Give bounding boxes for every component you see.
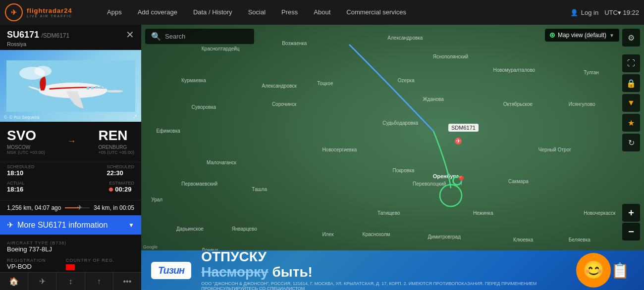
map-label: Тоцкое [317, 81, 333, 86]
schedule-section: SCHEDULED 18:10 SCHEDULED 22:30 ACTUAL 1… [0, 162, 141, 200]
map-search[interactable]: 🔍 [145, 29, 254, 44]
ad-headline-1: ОТПУСКУ [201, 250, 267, 264]
destination-circle: 📍 [452, 176, 462, 186]
utc-time[interactable]: UTC▾ 19:22 [604, 9, 639, 16]
map-label: Покровка [393, 168, 415, 173]
nav-apps[interactable]: Apps [99, 0, 130, 25]
flight-info-panel: SU6171 /SDM6171 Rossiya ✕ [0, 25, 141, 290]
logo[interactable]: ✈ flightradar24 LIVE AIR TRAFFIC [0, 3, 99, 21]
advertisement-banner[interactable]: Тизин ОТПУСКУ Насморку быть! ООО "ДЖОНСО… [141, 250, 644, 290]
svg-point-9 [440, 185, 462, 206]
lock-button[interactable]: 🔒 [622, 74, 640, 92]
estimated-arr-time: 00:29 [115, 186, 131, 193]
nav-social[interactable]: Social [240, 0, 273, 25]
nav-press[interactable]: Press [273, 0, 306, 25]
refresh-button[interactable]: ↻ [622, 134, 640, 151]
search-input[interactable] [165, 33, 248, 40]
flight-label-popup: SDM6171 [448, 124, 479, 132]
actual-dep-time: 18:16 [7, 186, 25, 193]
zoom-out-button[interactable]: − [622, 223, 640, 241]
tab-home[interactable]: 🏠 [0, 273, 28, 290]
login-button[interactable]: 👤 Log in [570, 9, 598, 16]
logo-icon: ✈ [5, 3, 23, 21]
more-info-button[interactable]: ✈ More SU6171 information ▼ [0, 215, 141, 235]
map-label: Клюевка [513, 237, 533, 242]
ad-headline: ОТПУСКУ Насморку быть! [201, 250, 561, 280]
ad-logo: Тизин [151, 262, 191, 279]
map-area[interactable]: Краснолтардейц Возжаенка Александровка Я… [141, 25, 644, 290]
delay-indicator [109, 188, 113, 192]
registration-item: REGISTRATION VP-BOD [7, 258, 46, 270]
aircraft-type-item: AIRCRAFT TYPE (B738) Boeing 737-8LJ [7, 241, 134, 253]
svg-point-4 [86, 87, 90, 89]
external-link-icon[interactable]: ↗ [133, 113, 137, 120]
reg-value: VP-BOD [7, 263, 46, 270]
top-navigation: ✈ flightradar24 LIVE AIR TRAFFIC Apps Ad… [0, 0, 644, 25]
close-button[interactable]: ✕ [126, 30, 134, 40]
ad-headline-2-strikethrough: Насморку [201, 264, 268, 280]
nav-data-history[interactable]: Data / History [185, 0, 240, 25]
nav-add-coverage[interactable]: Add coverage [130, 0, 185, 25]
tab-share[interactable]: ↑ [85, 273, 113, 290]
origin-city: MOSCOW [7, 145, 45, 150]
scheduled-dep-time: 18:10 [7, 169, 35, 177]
svg-point-2 [34, 66, 52, 76]
flight-id: SU6171 [7, 30, 39, 40]
zoom-in-button[interactable]: + [622, 204, 640, 222]
tab-layers[interactable]: ↕ [56, 273, 85, 290]
ad-headline-2-end: быть! [268, 264, 313, 280]
aircraft-illustration [6, 60, 135, 112]
map-label: Новомуралталово [493, 67, 536, 73]
ad-subtext: ООО "ДЖОНСОН & ДЖОНСОН", РОССИЯ, 121614,… [201, 281, 561, 290]
map-view-selector[interactable]: Map view (default) ▼ [545, 29, 619, 42]
route-arrow: → [50, 136, 94, 146]
filter-button[interactable]: ▼ [622, 94, 640, 112]
tab-flights[interactable]: ✈ [28, 273, 56, 290]
star-button[interactable]: ★ [622, 114, 640, 132]
aircraft-position-dot: ✈ [455, 138, 462, 145]
map-label: Беляевка [569, 237, 590, 242]
bottom-tab-bar: 🏠 ✈ ↕ ↑ ••• [0, 272, 141, 290]
nav-links: Apps Add coverage Data / History Social … [99, 0, 570, 25]
scheduled-arr-time: 22:30 [107, 169, 134, 177]
nav-about[interactable]: About [306, 0, 338, 25]
map-label: Александровск [262, 83, 297, 89]
more-info-label: More SU6171 information [17, 221, 107, 230]
map-top-controls: ⚙ [622, 29, 640, 47]
map-label: Суворовка [192, 104, 216, 110]
photo-credit: © © Rui Sequeira [4, 115, 40, 120]
origin-code: SVO [7, 128, 45, 144]
map-label: Курмаевка [181, 78, 206, 83]
fullscreen-button[interactable]: ⛶ [622, 54, 640, 72]
scheduled-arr-label: SCHEDULED [107, 164, 134, 169]
aircraft-type-value: Boeing 737-8LJ [7, 245, 134, 253]
map-label: Краснолтардейц [202, 46, 240, 51]
map-view-label: Map view (default) [558, 32, 606, 39]
settings-button[interactable]: ⚙ [622, 29, 640, 47]
map-label: Тулган [584, 70, 599, 75]
ad-character: 😊 [561, 253, 611, 288]
nav-right: 👤 Log in UTC▾ 19:22 [570, 9, 644, 16]
dest-city: ORENBURG [98, 145, 134, 150]
destination-pin: 📍 [456, 175, 467, 186]
distance-row: 1,256 km, 04:07 ago ✈ 34 km, in 00:05 [0, 200, 141, 215]
tab-more[interactable]: ••• [113, 273, 141, 290]
google-attribution: Google [143, 244, 158, 249]
chevron-down-icon: ▼ [128, 222, 134, 229]
estimated-arr-label: ESTIMATED [109, 181, 134, 186]
nav-commercial[interactable]: Commercial services [338, 0, 414, 25]
dest-code: REN [98, 128, 134, 144]
map-label: Александровка [387, 35, 423, 41]
ad-book-icon: 📋 [611, 262, 629, 279]
map-label: Татищево [377, 210, 400, 216]
flight-callsign: /SDM6171 [42, 32, 70, 39]
zoom-controls: + − [622, 204, 640, 241]
map-label: Исянгулово [569, 101, 595, 107]
destination: REN ORENBURG +05 (UTC +05:00) [98, 128, 134, 155]
svg-point-7 [99, 86, 103, 89]
map-label: Яснополянский [433, 54, 468, 59]
flight-id-section: SU6171 /SDM6171 Rossiya [7, 30, 69, 47]
progress-bar: ✈ [65, 207, 90, 208]
route-row: SVO MOSCOW MSK (UTC +03:00) → REN ORENBU… [7, 128, 134, 155]
ad-text: ОТПУСКУ Насморку быть! ООО "ДЖОНСОН & ДЖ… [201, 250, 561, 290]
